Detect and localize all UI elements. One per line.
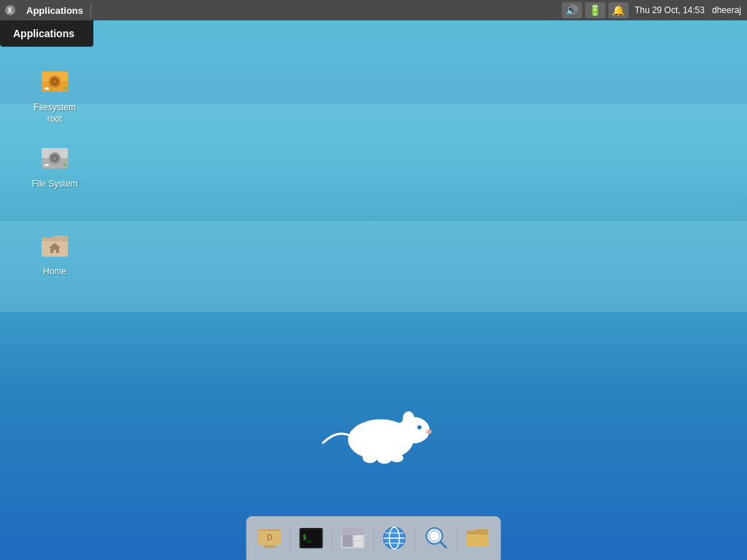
battery-icon: 🔋 <box>589 4 601 16</box>
volume-button[interactable]: 🔊 <box>562 2 582 18</box>
home-label: Home <box>43 266 66 278</box>
taskbar-browser-button[interactable] <box>377 521 412 556</box>
desktop-band-2 <box>0 104 747 221</box>
taskbar-sep-1 <box>290 525 291 551</box>
taskbar-sep-3 <box>374 525 374 551</box>
desktop-icon-fsroot[interactable]: Filesystemroot <box>22 64 88 125</box>
fsroot-label: Filesystemroot <box>34 102 75 125</box>
taskbar-filemanager-button[interactable] <box>336 521 371 556</box>
filesystem-label: File System <box>32 179 78 190</box>
taskbar-desktop-button[interactable]: D <box>252 521 287 556</box>
desktop-icon-filesystem[interactable]: File System <box>22 141 88 190</box>
svg-text:X: X <box>7 7 12 15</box>
battery-button[interactable]: 🔋 <box>585 2 605 18</box>
filesystem-icon-image <box>37 141 72 176</box>
desktop-band-1 <box>0 20 747 104</box>
taskbar-sep-5 <box>457 525 457 551</box>
volume-icon: 🔊 <box>565 4 578 16</box>
svg-rect-39 <box>355 535 363 540</box>
svg-rect-40 <box>355 542 363 547</box>
svg-rect-14 <box>44 164 49 166</box>
desktop-icon-home[interactable]: Home <box>22 228 88 278</box>
xfce-logo: X <box>3 3 18 18</box>
menubar-divider <box>90 3 91 18</box>
svg-point-26 <box>363 453 377 463</box>
taskbar-sep-2 <box>332 525 333 551</box>
svg-point-21 <box>419 427 421 429</box>
taskbar-folder-button[interactable] <box>460 521 495 556</box>
fsroot-icon-image <box>37 64 72 99</box>
svg-text:D: D <box>267 534 272 542</box>
desktop: Filesystemroot File System <box>0 20 747 560</box>
username-display: dheeraj <box>712 5 741 15</box>
applications-menu-button[interactable]: Applications <box>20 5 89 16</box>
svg-point-27 <box>377 455 392 464</box>
svg-point-19 <box>403 411 414 426</box>
taskbar: D $_ <box>247 516 501 560</box>
menubar: X Applications 🔊 🔋 🔔 Thu 29 Oct, 14:53 d… <box>0 0 747 20</box>
svg-rect-37 <box>341 528 365 535</box>
svg-rect-31 <box>264 545 276 548</box>
svg-point-6 <box>53 80 56 83</box>
home-icon-image <box>37 228 72 263</box>
svg-point-15 <box>63 163 66 166</box>
svg-text:$_: $_ <box>303 533 312 542</box>
bell-icon: 🔔 <box>612 4 624 16</box>
menubar-right: 🔊 🔋 🔔 Thu 29 Oct, 14:53 dheeraj <box>562 2 747 18</box>
svg-line-47 <box>441 542 446 548</box>
notification-button[interactable]: 🔔 <box>608 2 629 18</box>
taskbar-sep-4 <box>415 525 416 551</box>
svg-rect-7 <box>44 88 49 90</box>
svg-point-48 <box>430 531 440 541</box>
applications-dropdown[interactable]: Applications <box>0 20 93 47</box>
svg-point-8 <box>63 87 66 90</box>
taskbar-terminal-button[interactable]: $_ <box>294 521 329 556</box>
svg-point-28 <box>390 454 403 462</box>
svg-rect-38 <box>343 535 353 547</box>
clock-display: Thu 29 Oct, 14:53 <box>635 5 705 15</box>
taskbar-search-button[interactable] <box>419 521 454 556</box>
xfce-mouse-mascot <box>315 392 432 465</box>
desktop-band-3 <box>0 221 747 312</box>
svg-point-13 <box>53 157 56 160</box>
